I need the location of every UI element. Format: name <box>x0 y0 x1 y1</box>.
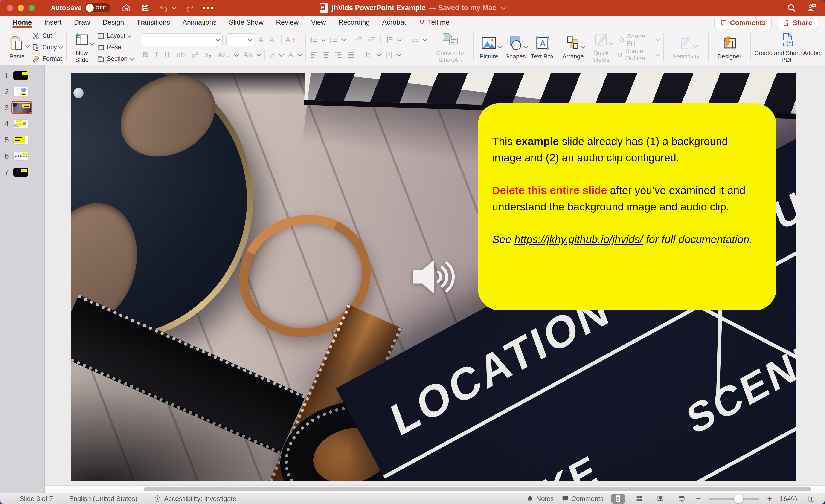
paste-chevron-icon[interactable] <box>25 43 30 48</box>
autosave-toggle[interactable]: OFF <box>85 3 110 12</box>
slide-thumbnail[interactable] <box>13 168 28 176</box>
reset-button[interactable]: Reset <box>97 43 133 53</box>
slide-thumbnail[interactable] <box>13 103 31 113</box>
tab-view[interactable]: View <box>305 16 332 29</box>
notes-button[interactable]: Notes <box>527 495 554 503</box>
slideshow-view-button[interactable] <box>675 494 688 504</box>
contact-support-icon[interactable] <box>807 3 817 13</box>
picture-chevron-icon[interactable] <box>498 44 502 48</box>
convert-smartart-button[interactable]: Convert to SmartArt <box>431 31 469 63</box>
clear-formatting-button[interactable]: A◇ <box>285 35 295 45</box>
accessibility-status[interactable]: Accessibility: Investigate <box>154 495 236 503</box>
share-button[interactable]: Share <box>777 17 818 29</box>
document-title[interactable]: jhVids PowerPoint Example — Saved to my … <box>320 3 505 13</box>
thumbnail-row-2[interactable]: 2 <box>0 84 44 100</box>
thumbnail-row-3-selected[interactable]: 3 <box>0 100 44 116</box>
tab-acrobat[interactable]: Acrobat <box>376 16 412 29</box>
picture-button[interactable]: Picture <box>477 35 501 60</box>
arrange-chevron-icon[interactable] <box>581 44 586 48</box>
line-spacing-chevron-icon[interactable] <box>397 36 402 41</box>
font-color-button[interactable]: A <box>286 51 295 59</box>
new-slide-chevron-icon[interactable] <box>90 40 95 45</box>
tab-design[interactable]: Design <box>96 16 130 29</box>
slide-thumbnail[interactable] <box>13 136 28 145</box>
close-button[interactable] <box>7 5 13 11</box>
font-size-select[interactable] <box>226 33 255 46</box>
tab-animations[interactable]: Animations <box>176 16 223 29</box>
search-icon[interactable] <box>786 3 797 13</box>
comments-toggle-button[interactable]: Comments <box>562 495 604 503</box>
zoom-out-button[interactable]: − <box>696 494 701 504</box>
align-left-button[interactable] <box>309 51 318 59</box>
zoom-slider-knob[interactable] <box>734 494 743 503</box>
shape-fill-chevron-icon[interactable] <box>656 37 660 41</box>
bullets-chevron-icon[interactable] <box>321 36 326 41</box>
align-text-chevron-icon[interactable] <box>396 52 401 57</box>
strikethrough-button[interactable]: ab <box>175 51 187 59</box>
quick-styles-chevron-icon[interactable] <box>609 40 614 45</box>
more-icon[interactable]: ••• <box>204 3 214 13</box>
tab-insert[interactable]: Insert <box>38 16 68 29</box>
shapes-chevron-icon[interactable] <box>524 44 528 48</box>
subscript-button[interactable]: x2 <box>203 50 213 60</box>
save-icon[interactable] <box>140 3 150 13</box>
slide-thumbnail[interactable] <box>13 87 28 96</box>
arrange-button[interactable]: Arrange <box>561 35 585 60</box>
layout-button[interactable]: Layout <box>97 31 133 41</box>
layout-chevron-icon[interactable] <box>127 33 132 37</box>
numbering-chevron-icon[interactable] <box>341 36 346 41</box>
tab-recording[interactable]: Recording <box>332 16 376 29</box>
section-button[interactable]: Section <box>97 54 133 64</box>
copy-button[interactable]: Copy <box>32 43 63 53</box>
justify-button[interactable] <box>347 51 355 59</box>
increase-indent-button[interactable] <box>367 36 376 44</box>
sensitivity-chevron-icon[interactable] <box>693 43 698 48</box>
italic-button[interactable]: I <box>153 51 159 59</box>
undo-icon[interactable] <box>159 3 169 13</box>
instruction-callout[interactable]: This example slide already has (1) a bac… <box>478 103 776 311</box>
case-chevron-icon[interactable] <box>257 52 261 57</box>
shape-outline-button[interactable]: Shape Outline <box>618 50 660 60</box>
comments-button[interactable]: Comments <box>714 17 772 29</box>
fit-to-window-button[interactable] <box>805 494 818 504</box>
redo-icon[interactable] <box>184 3 195 13</box>
spacing-chevron-icon[interactable] <box>234 52 239 57</box>
zoom-percentage[interactable]: 164% <box>780 495 797 503</box>
cut-button[interactable]: Cut <box>32 31 63 41</box>
shape-fill-button[interactable]: Shape Fill <box>618 35 660 45</box>
bold-button[interactable]: B <box>141 51 150 59</box>
tab-slide-show[interactable]: Slide Show <box>223 16 270 29</box>
copy-chevron-icon[interactable] <box>59 44 63 49</box>
text-direction-chevron-icon[interactable] <box>376 52 381 57</box>
undo-chevron-icon[interactable] <box>172 5 176 9</box>
zoom-in-button[interactable]: + <box>767 494 772 504</box>
thumbnail-row-7[interactable]: 7 <box>0 164 44 180</box>
home-icon[interactable] <box>121 3 132 13</box>
language-status[interactable]: English (United States) <box>69 495 137 503</box>
bullets-button[interactable] <box>309 36 318 44</box>
tab-draw[interactable]: Draw <box>68 16 96 29</box>
quick-styles-button[interactable]: Quick Styles <box>588 31 614 63</box>
section-chevron-icon[interactable] <box>129 56 134 61</box>
decrease-indent-button[interactable] <box>355 36 363 44</box>
audio-clip-icon[interactable] <box>412 257 460 297</box>
tab-transitions[interactable]: Transitions <box>130 16 176 29</box>
horizontal-scrollbar[interactable] <box>45 485 825 493</box>
thumbnail-row-1[interactable]: 1 <box>0 67 44 84</box>
sensitivity-button[interactable]: Sensitivity <box>668 35 704 60</box>
slide-3-canvas[interactable]: LOCATION SOUND TAKE SCENE ECTOR <box>71 73 796 481</box>
align-text-button[interactable] <box>385 51 393 59</box>
autosave-control[interactable]: AutoSave OFF <box>51 3 110 12</box>
create-share-adobe-pdf-button[interactable]: Create and Share Adobe PDF <box>754 31 820 63</box>
text-box-button[interactable]: A Text Box <box>531 35 554 60</box>
font-color-chevron-icon[interactable] <box>297 52 302 57</box>
minimize-button[interactable] <box>18 5 24 11</box>
character-spacing-button[interactable]: AV↔ <box>216 51 232 59</box>
numbering-button[interactable]: 123 <box>329 36 338 44</box>
new-slide-button[interactable]: New Slide <box>70 31 93 63</box>
paste-button[interactable]: Paste <box>5 35 28 60</box>
fullscreen-button[interactable] <box>28 5 35 11</box>
shape-outline-chevron-icon[interactable] <box>656 52 660 56</box>
reading-view-button[interactable] <box>654 494 667 504</box>
tab-review[interactable]: Review <box>270 16 305 29</box>
